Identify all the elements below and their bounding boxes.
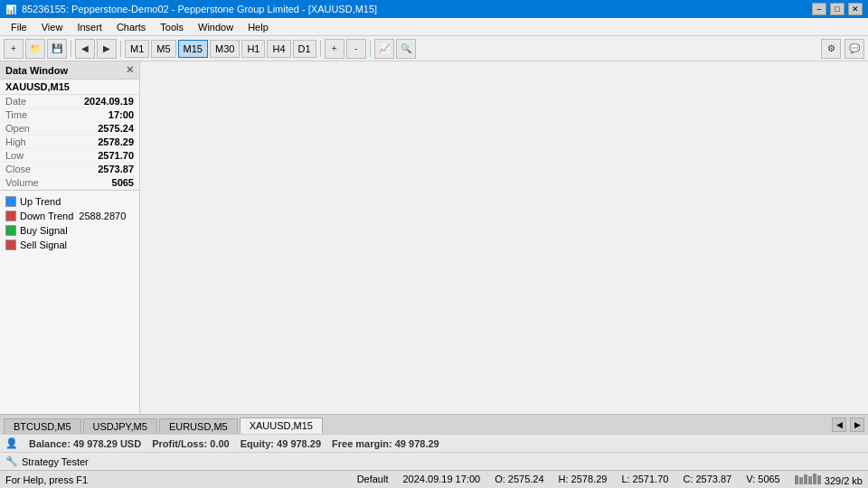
indicator-uptrend: Up Trend: [5, 194, 134, 209]
menu-file[interactable]: File: [4, 20, 34, 34]
toolbar: + 📁 💾 ◀ ▶ M1 M5 M15 M30 H1 H4 D1 + - 📈 🔍…: [0, 36, 868, 61]
close-label: Close: [5, 164, 31, 174]
tab-bar: BTCUSD,M5 USDJPY,M5 EURUSD,M5 XAUUSD,M15…: [0, 414, 868, 434]
sellsignal-label: Sell Signal: [20, 239, 67, 250]
menu-window[interactable]: Window: [191, 20, 241, 34]
status-bar: For Help, press F1 Default 2024.09.19 17…: [0, 470, 868, 488]
svg-rect-84: [817, 475, 821, 484]
help-text: For Help, press F1: [5, 474, 88, 485]
menu-tools[interactable]: Tools: [153, 20, 191, 34]
ohlcv-close: C: 2573.87: [683, 474, 731, 486]
minimize-button[interactable]: –: [812, 3, 826, 15]
ohlcv-high: H: 2578.29: [559, 474, 608, 486]
toolbar-sep-4: [370, 41, 371, 57]
toolbar-save[interactable]: 💾: [47, 39, 67, 59]
equity-item: Equity: 49 978.29: [241, 438, 321, 449]
data-volume-row: Volume 5065: [0, 176, 139, 190]
free-margin-item: Free margin: 49 978.29: [332, 438, 439, 449]
main-window: 📊 85236155: Pepperstone-Demo02 - Peppers…: [0, 0, 868, 488]
svg-rect-83: [813, 474, 816, 484]
close-button[interactable]: ✕: [848, 3, 863, 15]
low-label: Low: [5, 150, 24, 161]
data-close-row: Close 2573.87: [0, 163, 139, 176]
indicator-sellsignal: Sell Signal: [5, 238, 134, 252]
toolbar-indicators[interactable]: 📈: [374, 39, 394, 59]
equity-label: Equity:: [241, 438, 274, 449]
bottom-bar: 👤 Balance: 49 978.29 USD Profit/Loss: 0.…: [0, 434, 868, 452]
data-window-close[interactable]: ✕: [126, 64, 134, 76]
equity-value: 49 978.29: [277, 438, 321, 449]
toolbar-new-chart[interactable]: +: [4, 39, 24, 59]
pl-item: Profit/Loss: 0.00: [152, 438, 230, 449]
balance-item: Balance: 49 978.29 USD: [29, 438, 141, 449]
tf-m1[interactable]: M1: [125, 40, 149, 58]
account-icon: 👤: [5, 437, 18, 449]
menu-charts[interactable]: Charts: [109, 20, 153, 34]
tab-navigation: ◀ ▶: [832, 418, 864, 434]
tab-usdjpy[interactable]: USDJPY,M5: [83, 418, 157, 434]
window-controls: – □ ✕: [812, 3, 863, 15]
menu-bar: File View Insert Charts Tools Window Hel…: [0, 18, 868, 36]
title-bar: 📊 85236155: Pepperstone-Demo02 - Peppers…: [0, 0, 868, 18]
date-value: 2024.09.19: [84, 96, 134, 107]
data-time-row: Time 17:00: [0, 108, 139, 122]
tf-d1[interactable]: D1: [293, 40, 316, 58]
tf-h1[interactable]: H1: [241, 40, 265, 58]
ohlcv-date: 2024.09.19 17:00: [402, 474, 480, 486]
downtrend-value: 2588.2870: [79, 211, 126, 221]
open-value: 2575.24: [98, 123, 134, 134]
data-open-row: Open 2575.24: [0, 122, 139, 136]
svg-rect-79: [795, 475, 798, 484]
balance-label: Balance:: [29, 438, 71, 449]
menu-view[interactable]: View: [34, 20, 71, 34]
tab-btcusd[interactable]: BTCUSD,M5: [4, 418, 81, 434]
menu-insert[interactable]: Insert: [70, 20, 109, 34]
toolbar-open[interactable]: 📁: [25, 39, 45, 59]
downtrend-label: Down Trend: [20, 211, 73, 221]
toolbar-next[interactable]: ▶: [97, 39, 117, 59]
ohlcv-volume: V: 5065: [746, 474, 780, 486]
toolbar-search[interactable]: 🔍: [396, 39, 416, 59]
tab-next-btn[interactable]: ▶: [850, 418, 864, 432]
tf-h4[interactable]: H4: [267, 40, 290, 58]
free-margin-label: Free margin:: [332, 438, 392, 449]
downtrend-color: [5, 211, 16, 221]
toolbar-sep-2: [120, 41, 121, 57]
volume-value: 5065: [112, 177, 134, 188]
balance-value: 49 978.29 USD: [73, 438, 141, 449]
tab-eurusd[interactable]: EURUSD,M5: [159, 418, 238, 434]
toolbar-zoom-in[interactable]: +: [325, 39, 344, 59]
toolbar-comment[interactable]: 💬: [844, 39, 864, 59]
svg-rect-80: [799, 477, 803, 484]
data-date-row: Date 2024.09.19: [0, 95, 139, 108]
time-label: Time: [5, 109, 27, 120]
buysignal-color: [5, 225, 16, 236]
low-value: 2571.70: [98, 150, 134, 161]
uptrend-label: Up Trend: [20, 196, 61, 207]
maximize-button[interactable]: □: [830, 3, 844, 15]
ohlcv-default: Default: [357, 474, 389, 486]
data-low-row: Low 2571.70: [0, 149, 139, 163]
tab-xauusd[interactable]: XAUUSD,M15: [240, 418, 323, 434]
toolbar-zoom-out[interactable]: -: [346, 39, 366, 59]
ohlcv-low: L: 2571.70: [621, 474, 668, 486]
strategy-bar: 🔧 Strategy Tester: [0, 452, 868, 470]
data-window-header: Data Window ✕: [0, 61, 139, 80]
toolbar-settings[interactable]: ⚙: [821, 39, 841, 59]
menu-help[interactable]: Help: [241, 20, 276, 34]
indicator-buysignal: Buy Signal: [5, 223, 134, 238]
high-value: 2578.29: [98, 136, 134, 147]
ohlcv-bar: Default 2024.09.19 17:00 O: 2575.24 H: 2…: [357, 474, 863, 486]
toolbar-prev[interactable]: ◀: [75, 39, 95, 59]
tf-m30[interactable]: M30: [210, 40, 240, 58]
tf-m15[interactable]: M15: [178, 40, 208, 58]
pl-label: Profit/Loss:: [152, 438, 207, 449]
ohlcv-open: O: 2575.24: [495, 474, 543, 486]
high-label: High: [5, 136, 26, 147]
tf-m5[interactable]: M5: [151, 40, 175, 58]
data-window-title: Data Window: [5, 65, 68, 76]
buysignal-label: Buy Signal: [20, 225, 68, 236]
memory-usage: 329/2 kb: [795, 474, 863, 486]
chart-wrapper: 2615.60 2608.20 2600.80 2593.30 2585.90 …: [140, 61, 868, 414]
tab-prev-btn[interactable]: ◀: [832, 418, 846, 432]
